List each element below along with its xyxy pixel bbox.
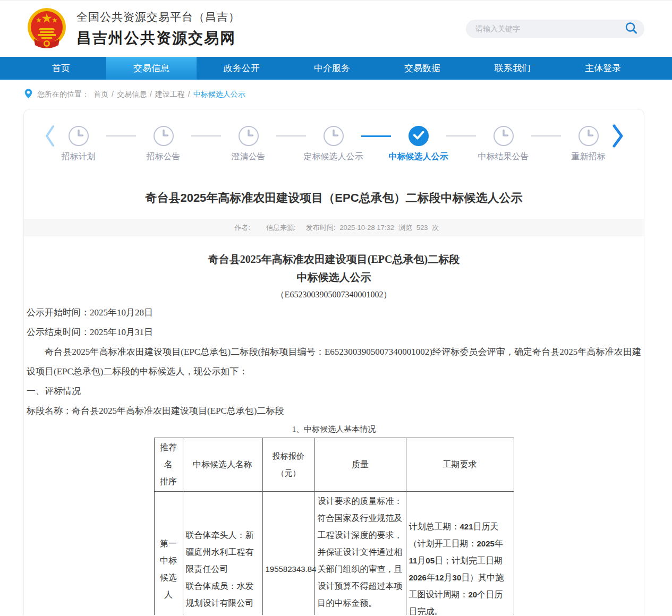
content-card: 招标计划 招标公告 澄清公告	[23, 109, 644, 615]
step-connector	[276, 135, 306, 136]
nav-item-中介服务[interactable]: 中介服务	[287, 57, 377, 80]
doc-title-line2: 中标候选人公示	[27, 268, 641, 286]
stepper-step-定标候选人公示[interactable]: 定标候选人公示	[324, 126, 344, 146]
clock-icon	[240, 126, 258, 146]
process-stepper: 招标计划 招标公告 澄清公告	[24, 109, 644, 178]
doc-publicity-start: 公示开始时间：2025年10月28日	[27, 303, 641, 322]
step-label: 中标候选人公示	[389, 151, 448, 162]
step-connector	[191, 135, 221, 136]
meta-views-label: 浏览	[398, 223, 412, 233]
table-cell-price: 195582343.84	[262, 492, 314, 615]
stepper-step-重新招标[interactable]: 重新招标	[579, 126, 599, 146]
clock-icon	[70, 126, 88, 146]
step-label: 招标公告	[147, 151, 181, 162]
table-cell-duration: 计划总工期：421日历天（计划开工日期：2025年11月05日；计划完工日期 2…	[406, 492, 514, 615]
stepper-step-澄清公告[interactable]: 澄清公告	[239, 126, 259, 146]
breadcrumb-item[interactable]: 首页	[93, 90, 108, 98]
table-caption: 1、中标候选人基本情况	[27, 422, 641, 437]
search-button[interactable]	[624, 21, 638, 37]
document-body: 奇台县2025年高标准农田建设项目(EPC总承包)二标段 中标候选人公示 （E6…	[24, 236, 644, 615]
search-icon	[624, 21, 638, 37]
meta-views-count: 523	[416, 224, 428, 232]
table-header-cell: 质量	[314, 438, 406, 492]
main-nav: 首页交易信息政务公开中介服务交易数据联系我们主体登录	[0, 57, 672, 80]
nav-item-交易信息[interactable]: 交易信息	[106, 57, 197, 80]
check-icon	[410, 126, 428, 146]
table-row: 第一中标候选人联合体牵头人：新疆庭州水利工程有限责任公司 联合体成员：水发规划设…	[154, 492, 514, 615]
step-connector	[361, 135, 391, 137]
step-connector	[446, 135, 476, 136]
table-header-cell: 投标报价 （元）	[262, 438, 314, 492]
meta-source-label: 信息来源:	[266, 223, 296, 233]
clock-icon	[495, 126, 513, 146]
meta-views-unit: 次	[432, 223, 439, 233]
step-label: 重新招标	[572, 151, 606, 162]
table-header-cell: 推荐名 排序	[154, 438, 183, 492]
breadcrumb-separator: /	[188, 90, 190, 98]
step-circle	[494, 126, 514, 146]
doc-publicity-end: 公示结束时间：2025年10月31日	[27, 322, 641, 342]
search-box	[466, 20, 644, 38]
table-header-cell: 中标候选人名称	[183, 438, 262, 492]
article-meta: 作者: 信息来源: 发布时间: 2025-10-28 17:32 浏览 523 …	[24, 219, 644, 236]
site-logo-link[interactable]	[25, 7, 68, 50]
location-pin-icon	[24, 89, 37, 100]
breadcrumb-separator: /	[150, 90, 152, 98]
nav-item-首页[interactable]: 首页	[16, 57, 106, 80]
stepper-step-招标公告[interactable]: 招标公告	[154, 126, 174, 146]
step-label: 定标候选人公示	[304, 151, 363, 162]
step-label: 澄清公告	[232, 151, 266, 162]
table-cell-name: 联合体牵头人：新疆庭州水利工程有限责任公司 联合体成员：水发规划设计有限公司	[183, 492, 262, 615]
doc-section-heading: 一、评标情况	[27, 381, 641, 401]
breadcrumb-item: 中标候选人公示	[193, 90, 245, 98]
breadcrumb-item[interactable]: 建设工程	[155, 90, 185, 98]
table-header-cell: 工期要求	[406, 438, 514, 492]
table-cell-quality: 设计要求的质量标准：符合国家及行业规范及工程设计深度的要求，并保证设计文件通过相…	[314, 492, 406, 615]
site-subtitle: 全国公共资源交易平台（昌吉）	[76, 10, 240, 24]
doc-section-name: 标段名称：奇台县2025年高标准农田建设项目(EPC总承包)二标段	[27, 401, 641, 421]
step-circle	[69, 126, 89, 146]
doc-project-code: （E6523003905007340001002）	[27, 286, 641, 303]
step-label: 招标计划	[62, 151, 96, 162]
breadcrumb-prefix: 您所在的位置：	[37, 90, 89, 99]
chevron-right-icon[interactable]	[611, 123, 624, 149]
page-title: 奇台县2025年高标准农田建设项目（EPC总承包）二标段中标候选人公示	[24, 190, 644, 206]
nav-item-联系我们[interactable]: 联系我们	[467, 57, 558, 80]
doc-paragraph: 奇台县2025年高标准农田建设项目(EPC总承包)二标段(招标项目编号：E652…	[27, 342, 641, 381]
breadcrumb: 您所在的位置： 首页/交易信息/建设工程/中标候选人公示	[0, 80, 672, 109]
bid-candidates-table: 推荐名 排序中标候选人名称投标报价 （元）质量工期要求 第一中标候选人联合体牵头…	[154, 438, 514, 615]
meta-publish-label: 发布时间:	[306, 223, 336, 233]
stepper-step-中标候选人公示[interactable]: 中标候选人公示	[409, 126, 429, 146]
stepper-step-中标结果公告[interactable]: 中标结果公告	[494, 126, 514, 146]
doc-title-line1: 奇台县2025年高标准农田建设项目(EPC总承包)二标段	[27, 250, 641, 268]
site-title: 昌吉州公共资源交易网	[76, 28, 240, 48]
nav-item-主体登录[interactable]: 主体登录	[558, 57, 648, 80]
nav-item-政务公开[interactable]: 政务公开	[197, 57, 287, 80]
step-circle	[579, 126, 599, 146]
step-circle	[409, 126, 429, 146]
nav-item-交易数据[interactable]: 交易数据	[377, 57, 467, 80]
step-label: 中标结果公告	[478, 151, 529, 162]
national-emblem-icon	[25, 7, 68, 50]
step-circle	[239, 126, 259, 146]
chevron-left-icon[interactable]	[44, 124, 56, 148]
clock-icon	[155, 126, 173, 146]
meta-publish-time: 2025-10-28 17:32	[339, 224, 394, 232]
step-connector	[106, 135, 136, 136]
search-input[interactable]	[475, 24, 624, 33]
breadcrumb-separator: /	[112, 90, 114, 98]
table-cell-rank: 第一中标候选人	[154, 492, 183, 615]
site-header: 全国公共资源交易平台（昌吉） 昌吉州公共资源交易网	[0, 0, 672, 57]
step-connector	[531, 135, 561, 136]
step-circle	[154, 126, 174, 146]
breadcrumb-item[interactable]: 交易信息	[117, 90, 147, 98]
step-circle	[324, 126, 344, 146]
table-header-row: 推荐名 排序中标候选人名称投标报价 （元）质量工期要求	[154, 438, 514, 492]
stepper-step-招标计划[interactable]: 招标计划	[69, 126, 89, 146]
clock-icon	[325, 126, 343, 146]
clock-icon	[580, 126, 598, 146]
meta-author-label: 作者:	[234, 223, 250, 233]
